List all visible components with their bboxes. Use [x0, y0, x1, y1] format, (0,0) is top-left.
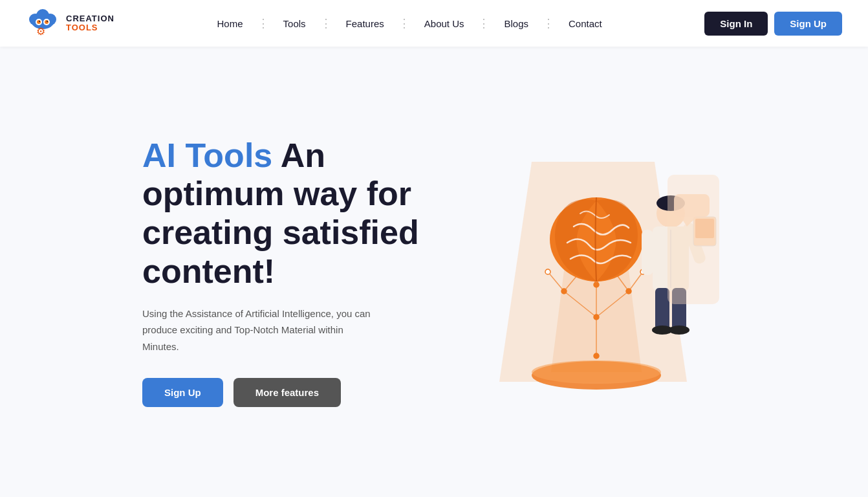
signin-button[interactable]: Sign In	[704, 12, 768, 36]
hero-title: AI Tools An optimum way for creating sat…	[142, 137, 453, 291]
hero-signup-button[interactable]: Sign Up	[142, 378, 223, 407]
logo-text-bottom: TOOLS	[66, 23, 114, 32]
nav-item-contact[interactable]: Contact	[554, 18, 616, 29]
svg-rect-45	[655, 288, 669, 330]
svg-point-8	[39, 21, 40, 22]
hero-illustration	[454, 136, 726, 408]
nav-separator-4: ⋮	[478, 16, 490, 30]
hero-subtitle: Using the Assistance of Artificial Intel…	[142, 305, 375, 355]
hero-illustration-svg	[454, 142, 726, 401]
svg-point-48	[669, 326, 689, 335]
hero-section: AI Tools An optimum way for creating sat…	[0, 47, 868, 497]
svg-point-29	[594, 282, 599, 287]
nav-item-features[interactable]: Features	[332, 18, 398, 29]
hero-left: AI Tools An optimum way for creating sat…	[142, 137, 453, 408]
nav-link-tools[interactable]: Tools	[269, 18, 320, 29]
nav-item-about[interactable]: About Us	[410, 18, 479, 29]
nav-link-about[interactable]: About Us	[410, 18, 479, 29]
hero-features-button[interactable]: More features	[233, 378, 341, 407]
nav-item-blogs[interactable]: Blogs	[490, 18, 543, 29]
logo-icon: ⚙	[26, 6, 60, 40]
nav-separator-3: ⋮	[398, 16, 410, 30]
navbar: ⚙ CREATION TOOLS Home ⋮ Tools ⋮ Features…	[0, 0, 868, 47]
hero-actions: Sign Up More features	[142, 378, 453, 407]
nav-buttons: Sign In Sign Up	[704, 12, 842, 36]
svg-point-7	[45, 20, 49, 24]
nav-item-home[interactable]: Home	[203, 18, 257, 29]
svg-point-9	[47, 21, 48, 22]
svg-point-6	[37, 20, 41, 24]
nav-separator-1: ⋮	[257, 16, 269, 30]
nav-link-features[interactable]: Features	[332, 18, 398, 29]
svg-point-30	[545, 269, 550, 274]
svg-rect-51	[667, 175, 719, 304]
svg-point-26	[594, 315, 599, 320]
logo[interactable]: ⚙ CREATION TOOLS	[26, 6, 114, 40]
svg-point-28	[626, 289, 631, 294]
nav-links: Home ⋮ Tools ⋮ Features ⋮ About Us ⋮ Blo…	[203, 16, 616, 30]
svg-text:⚙: ⚙	[36, 26, 45, 37]
nav-separator-5: ⋮	[543, 16, 554, 30]
svg-point-25	[594, 353, 599, 359]
svg-point-27	[561, 289, 567, 294]
brain-illustration	[550, 197, 643, 282]
nav-link-contact[interactable]: Contact	[554, 18, 616, 29]
logo-text-top: CREATION	[66, 14, 114, 23]
nav-item-tools[interactable]: Tools	[269, 18, 320, 29]
nav-link-home[interactable]: Home	[203, 18, 257, 29]
nav-separator-2: ⋮	[320, 16, 332, 30]
signup-nav-button[interactable]: Sign Up	[774, 12, 842, 36]
nav-link-blogs[interactable]: Blogs	[490, 18, 543, 29]
svg-rect-41	[642, 230, 653, 275]
hero-title-accent: AI Tools	[142, 137, 272, 174]
